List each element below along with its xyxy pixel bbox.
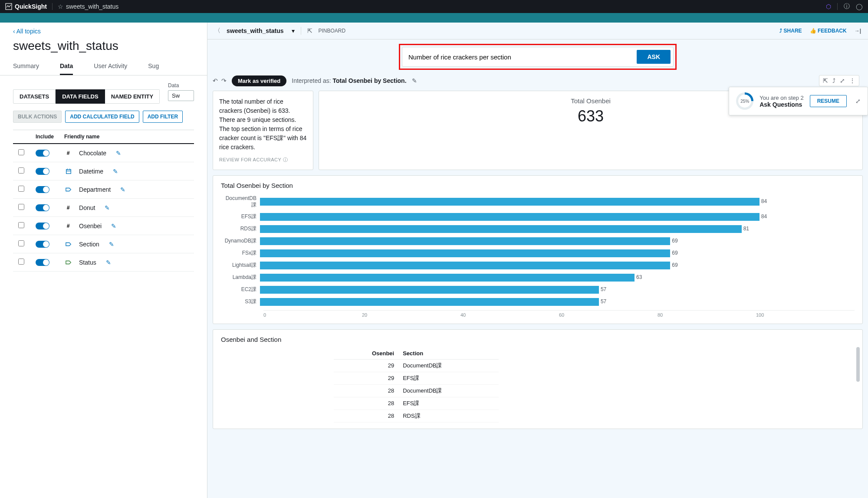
subtab-data-fields[interactable]: DATA FIELDS xyxy=(56,89,105,104)
tab-suggestions[interactable]: Sug xyxy=(148,58,159,75)
row-checkbox[interactable] xyxy=(18,186,24,192)
bar-fill[interactable] xyxy=(260,249,670,257)
tab-user-activity[interactable]: User Activity xyxy=(94,58,127,75)
pin-visual-icon[interactable]: ⇱ xyxy=(823,77,828,84)
edit-icon[interactable]: ✎ xyxy=(113,168,118,175)
dataset-select[interactable]: Sw xyxy=(168,90,194,101)
row-checkbox[interactable] xyxy=(18,222,24,228)
include-toggle[interactable] xyxy=(36,168,49,175)
pinboard-link[interactable]: PINBOARD xyxy=(319,28,346,34)
field-name: Donut xyxy=(79,204,95,211)
resume-button[interactable]: RESUME xyxy=(810,95,847,107)
edit-icon[interactable]: ✎ xyxy=(109,241,114,248)
back-all-topics-link[interactable]: All topics xyxy=(13,28,41,35)
scrollbar[interactable] xyxy=(856,347,860,382)
star-icon[interactable]: ☆ xyxy=(58,3,63,10)
field-type-icon xyxy=(64,187,73,193)
field-row: #Osenbei✎ xyxy=(13,217,194,235)
edit-icon[interactable]: ✎ xyxy=(111,223,116,229)
add-calculated-field-button[interactable]: ADD CALCULATED FIELD xyxy=(65,111,139,123)
expand-toast-icon[interactable]: ⤢ xyxy=(855,98,861,105)
header-divider xyxy=(301,27,301,35)
ask-bar-highlight: ASK xyxy=(399,44,677,70)
row-checkbox[interactable] xyxy=(18,240,24,246)
bar-track: 84 xyxy=(260,213,855,221)
include-toggle[interactable] xyxy=(36,204,49,211)
field-name: Chocolate xyxy=(79,150,106,157)
bar-row: S3課57 xyxy=(221,298,855,306)
axis-tick: 20 xyxy=(362,312,460,318)
question-input[interactable] xyxy=(408,53,637,61)
bar-value: 57 xyxy=(601,298,606,305)
bar-fill[interactable] xyxy=(260,274,635,282)
q-topic-title[interactable]: sweets_with_status xyxy=(227,27,284,34)
tab-summary[interactable]: Summary xyxy=(13,58,39,75)
data-table-card: Osenbei and Section Osenbei Section 29Do… xyxy=(213,329,863,429)
undo-icon[interactable]: ↶ xyxy=(213,77,218,84)
bar-label: DocumentDB課 xyxy=(221,195,260,209)
field-row: Department✎ xyxy=(13,180,194,199)
bar-value: 69 xyxy=(672,238,677,244)
chart-title: Total Osenbei by Section xyxy=(221,182,855,189)
user-icon[interactable]: ◯ xyxy=(856,3,863,10)
bar-row: FSx課69 xyxy=(221,249,855,257)
expand-icon[interactable]: ⤢ xyxy=(840,77,845,84)
include-toggle[interactable] xyxy=(36,186,49,193)
include-toggle[interactable] xyxy=(36,223,49,229)
bar-fill[interactable] xyxy=(260,237,670,245)
share-visual-icon[interactable]: ⤴ xyxy=(832,77,835,84)
edit-icon[interactable]: ✎ xyxy=(120,186,125,193)
redo-icon[interactable]: ↷ xyxy=(221,77,227,84)
exit-icon[interactable]: →| xyxy=(855,28,861,34)
bar-track: 63 xyxy=(260,274,855,282)
bar-value: 81 xyxy=(743,226,749,232)
q-panel: 〈 sweets_with_status ▾ ⇱ PINBOARD ⤴ SHAR… xyxy=(207,23,868,498)
pin-icon[interactable]: ⇱ xyxy=(307,27,312,34)
cell-section: DocumentDB課 xyxy=(398,384,499,397)
tab-data[interactable]: Data xyxy=(60,58,73,75)
bar-fill[interactable] xyxy=(260,298,599,306)
chevron-down-icon[interactable]: ▾ xyxy=(292,27,295,34)
bar-track: 81 xyxy=(260,225,855,233)
include-toggle[interactable] xyxy=(36,241,49,248)
field-row: #Chocolate✎ xyxy=(13,144,194,162)
help-icon[interactable]: ⓘ xyxy=(844,3,850,10)
left-panel: All topics sweets_with_status Summary Da… xyxy=(0,23,207,498)
bar-label: DynamoDB課 xyxy=(221,237,260,245)
ask-button[interactable]: ASK xyxy=(637,50,671,64)
q-icon[interactable]: ⬡ xyxy=(826,3,831,10)
row-checkbox[interactable] xyxy=(18,167,24,174)
feedback-link[interactable]: 👍 FEEDBACK xyxy=(810,28,847,34)
add-filter-button[interactable]: ADD FILTER xyxy=(143,111,183,123)
subtab-named-entity[interactable]: NAMED ENTITY xyxy=(105,89,160,104)
field-row: Section✎ xyxy=(13,235,194,253)
share-link[interactable]: ⤴ SHARE xyxy=(779,28,802,34)
col-include: Include xyxy=(30,130,59,144)
include-toggle[interactable] xyxy=(36,150,49,157)
edit-icon[interactable]: ✎ xyxy=(116,150,121,157)
row-checkbox[interactable] xyxy=(18,149,24,155)
more-icon[interactable]: ⋮ xyxy=(849,77,855,84)
row-checkbox[interactable] xyxy=(18,259,24,265)
back-arrow-icon[interactable]: 〈 xyxy=(214,27,220,35)
field-type-icon xyxy=(64,168,73,174)
bar-fill[interactable] xyxy=(260,225,742,233)
cell-osenbei: 29 xyxy=(334,359,398,372)
bar-row: EC2課57 xyxy=(221,286,855,294)
bar-fill[interactable] xyxy=(260,262,670,269)
edit-icon[interactable]: ✎ xyxy=(105,204,110,211)
bar-fill[interactable] xyxy=(260,286,599,294)
subtab-datasets[interactable]: DATASETS xyxy=(13,89,56,104)
data-subtabs: DATASETS DATA FIELDS NAMED ENTITY xyxy=(13,89,168,104)
mark-verified-button[interactable]: Mark as verified xyxy=(232,75,286,86)
svg-text:#: # xyxy=(67,205,70,211)
row-checkbox[interactable] xyxy=(18,204,24,210)
bar-fill[interactable] xyxy=(260,198,760,206)
review-accuracy[interactable]: REVIEW FOR ACCURACY ⓘ xyxy=(219,156,307,164)
edit-interpretation-icon[interactable]: ✎ xyxy=(412,77,417,84)
edit-icon[interactable]: ✎ xyxy=(106,259,111,266)
include-toggle[interactable] xyxy=(36,259,49,266)
topic-title: sweets_with_status xyxy=(0,37,207,58)
field-type-icon: # xyxy=(64,223,73,229)
bar-fill[interactable] xyxy=(260,213,760,221)
